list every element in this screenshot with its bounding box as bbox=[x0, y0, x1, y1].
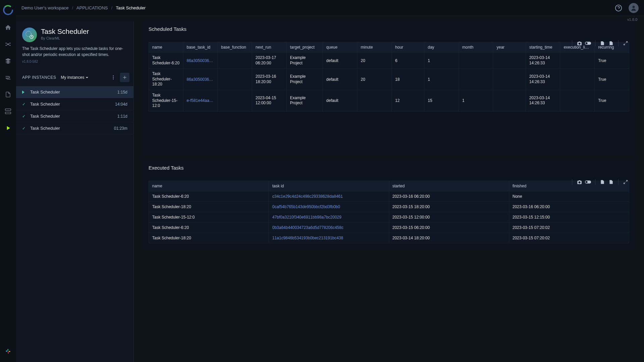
camera-icon[interactable] bbox=[576, 40, 583, 47]
download-csv-icon[interactable] bbox=[599, 40, 606, 47]
cell-target_project: Example Project bbox=[287, 53, 323, 69]
app-logo[interactable] bbox=[2, 4, 14, 16]
table-row[interactable]: Task Scheduler-6:200b3a64b440034723a6d5d… bbox=[149, 223, 629, 233]
add-instance-button[interactable] bbox=[120, 73, 129, 82]
instance-name: Task Scheduler bbox=[30, 114, 60, 119]
cell-name: Task Scheduler-15-12:0 bbox=[149, 212, 269, 223]
table-row[interactable]: Task Scheduler-15-12:0e-f581e44aa3ee2023… bbox=[149, 90, 629, 111]
download-json-icon[interactable] bbox=[607, 178, 615, 186]
instance-name: Task Scheduler bbox=[30, 126, 60, 131]
instance-item[interactable]: Task Scheduler1:15d bbox=[16, 86, 133, 98]
cell-queue: default bbox=[323, 53, 357, 69]
server-icon[interactable] bbox=[3, 106, 13, 117]
camera-icon[interactable] bbox=[576, 178, 583, 186]
toggle-icon[interactable] bbox=[584, 40, 592, 47]
column-header[interactable]: next_run bbox=[252, 42, 287, 53]
instance-name: Task Scheduler bbox=[30, 89, 60, 95]
cell-name: Task Scheduler-18:20 bbox=[149, 233, 269, 243]
cell-name: Task Scheduler-6:20 bbox=[149, 53, 183, 69]
column-header[interactable]: year bbox=[493, 42, 526, 53]
cell-minute: 20 bbox=[357, 69, 392, 90]
svg-rect-7 bbox=[5, 109, 11, 111]
column-header[interactable]: base_function bbox=[218, 42, 252, 53]
cell-starting_time: 2023-03-14 14:26:33 bbox=[526, 90, 560, 111]
user-avatar[interactable] bbox=[629, 3, 639, 13]
svg-rect-12 bbox=[8, 352, 9, 354]
table-row[interactable]: Task Scheduler-6:20c34c1e29c4d24c498c293… bbox=[149, 191, 629, 202]
cell-next_run: 2023-03-16 18:20:00 bbox=[252, 69, 287, 90]
column-header[interactable]: month bbox=[459, 42, 493, 53]
instance-item[interactable]: ✓Task Scheduler14:04d bbox=[16, 98, 133, 110]
cell-started: 2023-03-15 06:20:00 bbox=[389, 223, 509, 233]
column-header[interactable]: task id bbox=[269, 181, 389, 191]
column-header[interactable]: day bbox=[424, 42, 459, 53]
cell-started: 2023-03-14 18:20:00 bbox=[389, 233, 509, 243]
cell-base_function bbox=[218, 90, 252, 111]
cell-name: Task Scheduler-15-12:0 bbox=[149, 90, 183, 111]
column-header[interactable]: base_task_id bbox=[183, 42, 218, 53]
document-icon[interactable] bbox=[3, 89, 13, 100]
column-header[interactable]: minute bbox=[357, 42, 392, 53]
svg-point-17 bbox=[113, 75, 114, 76]
help-icon[interactable] bbox=[614, 3, 623, 13]
slack-icon[interactable] bbox=[3, 346, 13, 357]
table-row[interactable]: Task Scheduler-18:2011a1c9846b534193b0be… bbox=[149, 233, 629, 243]
scheduled-tasks-table: namebase_task_idbase_functionnext_runtar… bbox=[149, 42, 629, 112]
instances-filter-dropdown[interactable]: My instances bbox=[61, 75, 89, 80]
svg-rect-11 bbox=[9, 351, 10, 352]
column-header[interactable]: started bbox=[389, 181, 509, 191]
table-row[interactable]: Task Scheduler-15-12:047bf0a3210f340e691… bbox=[149, 212, 629, 223]
executed-tasks-table: nametask idstartedfinishedTask Scheduler… bbox=[149, 181, 629, 243]
download-json-icon[interactable] bbox=[607, 40, 615, 47]
cell-hour: 18 bbox=[392, 69, 424, 90]
breadcrumb-workspace[interactable]: Demo User's workspace bbox=[21, 5, 68, 10]
column-header[interactable]: name bbox=[149, 181, 269, 191]
cell-name: Task Scheduler-6:20 bbox=[149, 191, 269, 202]
flow-icon[interactable] bbox=[3, 72, 13, 83]
expand-icon[interactable] bbox=[622, 40, 629, 47]
column-header[interactable]: name bbox=[149, 42, 183, 53]
apps-icon[interactable] bbox=[3, 123, 13, 133]
toggle-icon[interactable] bbox=[584, 178, 592, 186]
sidebar-nav bbox=[0, 0, 16, 362]
cell-finished: 2023-03-16 06:20:00 bbox=[509, 202, 629, 212]
executed-tasks-card: Executed Tasks nametask idstartedfinishe… bbox=[142, 160, 635, 249]
app-icon bbox=[22, 27, 37, 42]
cell-target_project: Example Project bbox=[287, 69, 323, 90]
instances-menu-button[interactable] bbox=[109, 73, 118, 82]
cell-next_run: 2023-04-15 12:00:00 bbox=[252, 90, 287, 111]
cell-year bbox=[493, 53, 526, 69]
breadcrumb-applications[interactable]: APPLICATIONS bbox=[76, 5, 108, 10]
cell-started: 2023-03-15 18:20:00 bbox=[389, 202, 509, 212]
instance-item[interactable]: ✓Task Scheduler1:11d bbox=[16, 110, 133, 122]
cell-target_project: Example Project bbox=[287, 90, 323, 111]
cell-finished: 2023-03-15 07:20:02 bbox=[509, 223, 629, 233]
download-csv-icon[interactable] bbox=[599, 178, 606, 186]
executed-tasks-title: Executed Tasks bbox=[149, 165, 629, 171]
table-row[interactable]: Task Scheduler-18:2086a3050036a642023-03… bbox=[149, 69, 629, 90]
cell-base_function bbox=[218, 53, 252, 69]
brain-icon[interactable] bbox=[3, 39, 13, 50]
cell-next_run: 2023-03-17 06:20:00 bbox=[252, 53, 287, 69]
instance-item[interactable]: ✓Task Scheduler01:23m bbox=[16, 122, 133, 134]
table-row[interactable]: Task Scheduler-6:2086a3050036a642023-03-… bbox=[149, 53, 629, 69]
cell-recurring: True bbox=[595, 90, 629, 111]
check-icon: ✓ bbox=[22, 102, 28, 107]
breadcrumb: Demo User's workspace / APPLICATIONS / T… bbox=[21, 5, 145, 10]
column-header[interactable]: starting_time bbox=[526, 42, 560, 53]
home-icon[interactable] bbox=[3, 22, 13, 33]
cell-queue: default bbox=[323, 90, 357, 111]
svg-point-14 bbox=[633, 6, 635, 8]
layers-icon[interactable] bbox=[3, 56, 13, 66]
cell-hour: 6 bbox=[392, 53, 424, 69]
cell-starting_time: 2023-03-14 14:26:33 bbox=[526, 69, 560, 90]
column-header[interactable]: queue bbox=[323, 42, 357, 53]
column-header[interactable]: hour bbox=[392, 42, 424, 53]
expand-icon[interactable] bbox=[622, 178, 629, 186]
cell-execution_limit_hours bbox=[560, 53, 595, 69]
column-header[interactable]: target_project bbox=[287, 42, 323, 53]
table-row[interactable]: Task Scheduler-18:200caf54b765b143de950b… bbox=[149, 202, 629, 212]
cell-minute: 20 bbox=[357, 53, 392, 69]
cell-task_id: c34c1e29c4d24c498c29338628da8461 bbox=[269, 191, 389, 202]
cell-finished: None bbox=[509, 191, 629, 202]
